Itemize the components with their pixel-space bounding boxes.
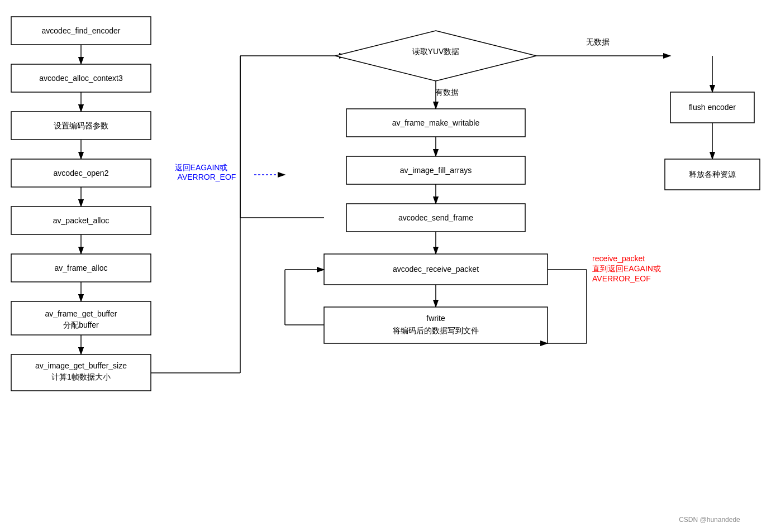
label-image-get-buffer-size-1: av_image_get_buffer_size: [35, 361, 127, 370]
label-send-frame: avcodec_send_frame: [398, 213, 473, 222]
label-release: 释放各种资源: [689, 170, 736, 179]
diagram-container: avcodec_find_encoder avcodec_alloc_conte…: [0, 0, 771, 532]
label-packet-alloc: av_packet_alloc: [53, 216, 109, 225]
label-fwrite-1: fwrite: [426, 314, 445, 323]
label-set-params: 设置编码器参数: [54, 121, 108, 130]
label-receive-loop-2: 直到返回EAGAIN或: [592, 264, 661, 273]
diamond-read-yuv: [335, 31, 536, 81]
label-fill-arrays: av_image_fill_arrays: [400, 166, 472, 175]
label-alloc-context: avcodec_alloc_context3: [39, 74, 123, 83]
label-get-buffer-2: 分配buffer: [63, 320, 99, 329]
label-read-yuv: 读取YUV数据: [412, 47, 460, 56]
label-get-buffer-1: av_frame_get_buffer: [45, 309, 117, 318]
box-get-buffer: [11, 301, 151, 335]
label-receive-loop-3: AVERROR_EOF: [592, 274, 651, 283]
label-frame-alloc: av_frame_alloc: [55, 263, 108, 272]
label-flush-encoder: flush encoder: [689, 103, 736, 112]
watermark: CSDN @hunandede: [679, 516, 740, 524]
label-make-writable: av_frame_make_writable: [392, 118, 480, 127]
label-find-encoder: avcodec_find_encoder: [42, 26, 121, 35]
label-image-get-buffer-size-2: 计算1帧数据大小: [51, 372, 111, 381]
label-receive-loop-1: receive_packet: [592, 254, 645, 263]
label-return-eagain-2: AVERROR_EOF: [178, 172, 236, 181]
label-return-eagain-1: 返回EAGAIN或: [175, 163, 228, 172]
label-fwrite-2: 将编码后的数据写到文件: [392, 326, 479, 335]
box-fwrite: [324, 307, 548, 343]
label-has-data: 有数据: [435, 88, 459, 97]
label-open2: avcodec_open2: [54, 169, 109, 178]
label-no-data: 无数据: [586, 37, 610, 46]
label-receive-packet: avcodec_receive_packet: [393, 265, 479, 274]
